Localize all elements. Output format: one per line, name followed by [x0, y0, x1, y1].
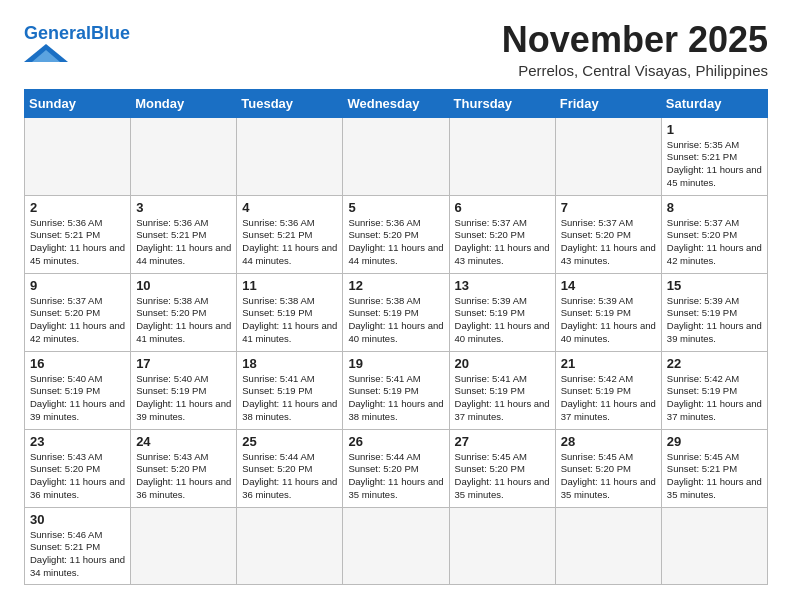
- calendar-cell: [237, 117, 343, 195]
- calendar-cell: 16Sunrise: 5:40 AM Sunset: 5:19 PM Dayli…: [25, 351, 131, 429]
- day-info: Sunrise: 5:45 AM Sunset: 5:20 PM Dayligh…: [561, 451, 656, 502]
- calendar-cell: 23Sunrise: 5:43 AM Sunset: 5:20 PM Dayli…: [25, 429, 131, 507]
- calendar-cell: 9Sunrise: 5:37 AM Sunset: 5:20 PM Daylig…: [25, 273, 131, 351]
- week-row-1: 1Sunrise: 5:35 AM Sunset: 5:21 PM Daylig…: [25, 117, 768, 195]
- day-info: Sunrise: 5:38 AM Sunset: 5:19 PM Dayligh…: [242, 295, 337, 346]
- day-info: Sunrise: 5:38 AM Sunset: 5:20 PM Dayligh…: [136, 295, 231, 346]
- day-number: 9: [30, 278, 125, 293]
- day-info: Sunrise: 5:37 AM Sunset: 5:20 PM Dayligh…: [667, 217, 762, 268]
- calendar-cell: 15Sunrise: 5:39 AM Sunset: 5:19 PM Dayli…: [661, 273, 767, 351]
- day-number: 8: [667, 200, 762, 215]
- calendar-cell: 25Sunrise: 5:44 AM Sunset: 5:20 PM Dayli…: [237, 429, 343, 507]
- day-number: 30: [30, 512, 125, 527]
- day-number: 22: [667, 356, 762, 371]
- day-number: 29: [667, 434, 762, 449]
- day-info: Sunrise: 5:38 AM Sunset: 5:19 PM Dayligh…: [348, 295, 443, 346]
- day-info: Sunrise: 5:41 AM Sunset: 5:19 PM Dayligh…: [242, 373, 337, 424]
- logo-text: GeneralBlue: [24, 24, 130, 42]
- calendar-cell: [449, 117, 555, 195]
- day-number: 21: [561, 356, 656, 371]
- calendar: SundayMondayTuesdayWednesdayThursdayFrid…: [24, 89, 768, 585]
- calendar-cell: 30Sunrise: 5:46 AM Sunset: 5:21 PM Dayli…: [25, 507, 131, 584]
- day-number: 5: [348, 200, 443, 215]
- calendar-cell: 11Sunrise: 5:38 AM Sunset: 5:19 PM Dayli…: [237, 273, 343, 351]
- calendar-cell: [25, 117, 131, 195]
- calendar-cell: 22Sunrise: 5:42 AM Sunset: 5:19 PM Dayli…: [661, 351, 767, 429]
- day-number: 13: [455, 278, 550, 293]
- calendar-cell: 8Sunrise: 5:37 AM Sunset: 5:20 PM Daylig…: [661, 195, 767, 273]
- day-info: Sunrise: 5:37 AM Sunset: 5:20 PM Dayligh…: [561, 217, 656, 268]
- calendar-cell: 19Sunrise: 5:41 AM Sunset: 5:19 PM Dayli…: [343, 351, 449, 429]
- calendar-cell: [343, 507, 449, 584]
- calendar-cell: 28Sunrise: 5:45 AM Sunset: 5:20 PM Dayli…: [555, 429, 661, 507]
- day-info: Sunrise: 5:41 AM Sunset: 5:19 PM Dayligh…: [348, 373, 443, 424]
- calendar-cell: 1Sunrise: 5:35 AM Sunset: 5:21 PM Daylig…: [661, 117, 767, 195]
- month-title: November 2025: [502, 20, 768, 60]
- calendar-cell: 5Sunrise: 5:36 AM Sunset: 5:20 PM Daylig…: [343, 195, 449, 273]
- calendar-cell: [661, 507, 767, 584]
- day-info: Sunrise: 5:41 AM Sunset: 5:19 PM Dayligh…: [455, 373, 550, 424]
- day-info: Sunrise: 5:42 AM Sunset: 5:19 PM Dayligh…: [561, 373, 656, 424]
- day-number: 14: [561, 278, 656, 293]
- weekday-header-row: SundayMondayTuesdayWednesdayThursdayFrid…: [25, 89, 768, 117]
- calendar-cell: [555, 507, 661, 584]
- day-number: 24: [136, 434, 231, 449]
- day-number: 23: [30, 434, 125, 449]
- day-number: 11: [242, 278, 337, 293]
- calendar-cell: 3Sunrise: 5:36 AM Sunset: 5:21 PM Daylig…: [131, 195, 237, 273]
- day-number: 10: [136, 278, 231, 293]
- calendar-cell: [131, 507, 237, 584]
- week-row-4: 16Sunrise: 5:40 AM Sunset: 5:19 PM Dayli…: [25, 351, 768, 429]
- day-info: Sunrise: 5:36 AM Sunset: 5:21 PM Dayligh…: [136, 217, 231, 268]
- logo-blue: Blue: [91, 23, 130, 43]
- day-number: 17: [136, 356, 231, 371]
- calendar-cell: 21Sunrise: 5:42 AM Sunset: 5:19 PM Dayli…: [555, 351, 661, 429]
- day-info: Sunrise: 5:43 AM Sunset: 5:20 PM Dayligh…: [136, 451, 231, 502]
- location-title: Perrelos, Central Visayas, Philippines: [502, 62, 768, 79]
- day-info: Sunrise: 5:43 AM Sunset: 5:20 PM Dayligh…: [30, 451, 125, 502]
- day-number: 16: [30, 356, 125, 371]
- day-number: 4: [242, 200, 337, 215]
- calendar-cell: 7Sunrise: 5:37 AM Sunset: 5:20 PM Daylig…: [555, 195, 661, 273]
- calendar-cell: [131, 117, 237, 195]
- day-info: Sunrise: 5:45 AM Sunset: 5:20 PM Dayligh…: [455, 451, 550, 502]
- day-number: 28: [561, 434, 656, 449]
- day-info: Sunrise: 5:39 AM Sunset: 5:19 PM Dayligh…: [455, 295, 550, 346]
- calendar-cell: 10Sunrise: 5:38 AM Sunset: 5:20 PM Dayli…: [131, 273, 237, 351]
- day-number: 19: [348, 356, 443, 371]
- logo-icon: [24, 44, 68, 62]
- day-info: Sunrise: 5:37 AM Sunset: 5:20 PM Dayligh…: [30, 295, 125, 346]
- day-info: Sunrise: 5:44 AM Sunset: 5:20 PM Dayligh…: [242, 451, 337, 502]
- calendar-cell: 2Sunrise: 5:36 AM Sunset: 5:21 PM Daylig…: [25, 195, 131, 273]
- calendar-cell: 6Sunrise: 5:37 AM Sunset: 5:20 PM Daylig…: [449, 195, 555, 273]
- calendar-cell: [343, 117, 449, 195]
- calendar-cell: 29Sunrise: 5:45 AM Sunset: 5:21 PM Dayli…: [661, 429, 767, 507]
- weekday-header-thursday: Thursday: [449, 89, 555, 117]
- day-number: 3: [136, 200, 231, 215]
- day-info: Sunrise: 5:36 AM Sunset: 5:21 PM Dayligh…: [242, 217, 337, 268]
- day-info: Sunrise: 5:36 AM Sunset: 5:21 PM Dayligh…: [30, 217, 125, 268]
- day-number: 26: [348, 434, 443, 449]
- day-info: Sunrise: 5:37 AM Sunset: 5:20 PM Dayligh…: [455, 217, 550, 268]
- logo: GeneralBlue: [24, 24, 130, 62]
- week-row-6: 30Sunrise: 5:46 AM Sunset: 5:21 PM Dayli…: [25, 507, 768, 584]
- weekday-header-sunday: Sunday: [25, 89, 131, 117]
- calendar-cell: 12Sunrise: 5:38 AM Sunset: 5:19 PM Dayli…: [343, 273, 449, 351]
- day-info: Sunrise: 5:36 AM Sunset: 5:20 PM Dayligh…: [348, 217, 443, 268]
- weekday-header-friday: Friday: [555, 89, 661, 117]
- title-area: November 2025 Perrelos, Central Visayas,…: [502, 20, 768, 79]
- day-info: Sunrise: 5:45 AM Sunset: 5:21 PM Dayligh…: [667, 451, 762, 502]
- day-info: Sunrise: 5:44 AM Sunset: 5:20 PM Dayligh…: [348, 451, 443, 502]
- calendar-cell: 13Sunrise: 5:39 AM Sunset: 5:19 PM Dayli…: [449, 273, 555, 351]
- day-number: 1: [667, 122, 762, 137]
- day-info: Sunrise: 5:39 AM Sunset: 5:19 PM Dayligh…: [667, 295, 762, 346]
- calendar-cell: [237, 507, 343, 584]
- calendar-cell: 17Sunrise: 5:40 AM Sunset: 5:19 PM Dayli…: [131, 351, 237, 429]
- day-number: 7: [561, 200, 656, 215]
- calendar-cell: 24Sunrise: 5:43 AM Sunset: 5:20 PM Dayli…: [131, 429, 237, 507]
- weekday-header-tuesday: Tuesday: [237, 89, 343, 117]
- weekday-header-saturday: Saturday: [661, 89, 767, 117]
- day-info: Sunrise: 5:40 AM Sunset: 5:19 PM Dayligh…: [30, 373, 125, 424]
- calendar-cell: 27Sunrise: 5:45 AM Sunset: 5:20 PM Dayli…: [449, 429, 555, 507]
- week-row-2: 2Sunrise: 5:36 AM Sunset: 5:21 PM Daylig…: [25, 195, 768, 273]
